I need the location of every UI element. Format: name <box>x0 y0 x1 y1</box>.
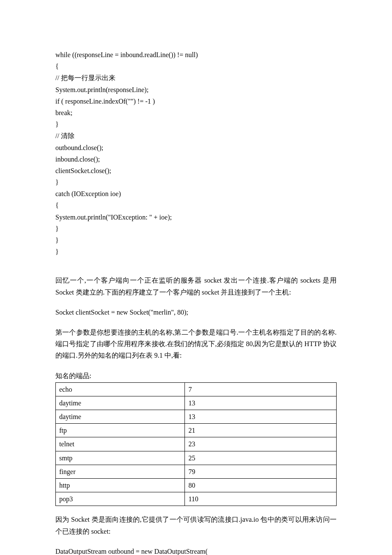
port-number-cell: 110 <box>185 492 337 506</box>
table-caption: 知名的端品: <box>55 370 337 382</box>
document-page: while ((responseLine = inbound.readLine(… <box>0 0 392 555</box>
port-name-cell: daytime <box>56 410 185 424</box>
port-name-cell: http <box>56 479 185 492</box>
ports-table-body: echo7daytime13daytime13ftp21telnet23smtp… <box>56 382 337 506</box>
port-number-cell: 23 <box>185 437 337 451</box>
table-row: ftp21 <box>56 424 337 437</box>
table-row: daytime13 <box>56 396 337 410</box>
paragraph-stream: 因为 Socket 类是面向连接的,它提供了一个可供读写的流接口.java.io… <box>55 514 337 537</box>
port-name-cell: daytime <box>56 396 185 410</box>
table-row: finger79 <box>56 465 337 478</box>
port-number-cell: 25 <box>185 451 337 465</box>
port-number-cell: 7 <box>185 382 337 396</box>
table-row: pop3110 <box>56 492 337 506</box>
port-name-cell: smtp <box>56 451 185 465</box>
ports-table: echo7daytime13daytime13ftp21telnet23smtp… <box>55 382 337 506</box>
port-name-cell: echo <box>56 382 185 396</box>
paragraph-params: 第一个参数是你想要连接的主机的名称,第二个参数是端口号.一个主机名称指定了目的的… <box>55 327 337 361</box>
table-row: telnet23 <box>56 437 337 451</box>
table-row: smtp25 <box>56 451 337 465</box>
table-row: echo7 <box>56 382 337 396</box>
port-number-cell: 80 <box>185 479 337 492</box>
paragraph-recall: 回忆一个,一个客户端向一个正在监听的服务器 socket 发出一个连接.客户端的… <box>55 275 337 298</box>
port-name-cell: pop3 <box>56 492 185 506</box>
port-name-cell: telnet <box>56 437 185 451</box>
port-number-cell: 21 <box>185 424 337 437</box>
table-row: daytime13 <box>56 410 337 424</box>
port-number-cell: 79 <box>185 465 337 478</box>
code-line-outbound: DataOutputStream outbound = new DataOutp… <box>55 546 337 555</box>
port-number-cell: 13 <box>185 396 337 410</box>
port-name-cell: ftp <box>56 424 185 437</box>
code-line-socket: Socket clientSocket = new Socket("merlin… <box>55 306 337 318</box>
port-name-cell: finger <box>56 465 185 478</box>
table-row: http80 <box>56 479 337 492</box>
code-block-1: while ((responseLine = inbound.readLine(… <box>55 49 337 257</box>
port-number-cell: 13 <box>185 410 337 424</box>
